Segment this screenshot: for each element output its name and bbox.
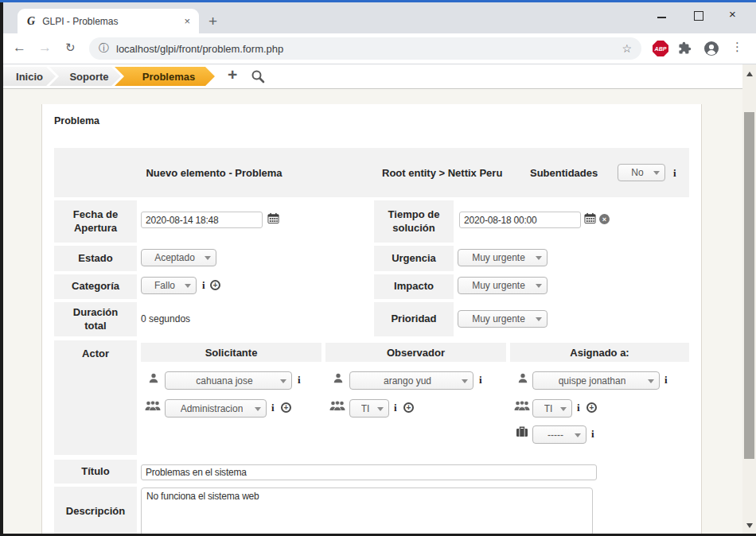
new-item-title: Nuevo elemento - Problema (54, 148, 374, 197)
urgencia-select[interactable]: Muy urgente (458, 249, 548, 266)
back-icon[interactable]: ← (13, 40, 26, 56)
group-icon (514, 400, 530, 411)
maximize-button[interactable] (694, 11, 703, 21)
add-icon[interactable] (586, 402, 597, 413)
descripcion-textarea[interactable]: No funciona el sistema web (141, 487, 593, 536)
calendar-icon[interactable] (584, 212, 596, 224)
estado-select[interactable]: Aceptado (141, 249, 216, 266)
field-label-prioridad: Prioridad (374, 302, 454, 336)
minimize-button[interactable] (657, 17, 666, 18)
clear-icon[interactable]: × (599, 214, 610, 224)
group-icon (329, 400, 345, 411)
field-label-impacto: Impacto (374, 274, 454, 299)
add-icon[interactable] (403, 402, 414, 413)
address-bar[interactable]: ⓘ localhost/glpi/front/problem.form.php … (89, 37, 641, 60)
browser-menu-icon[interactable]: ⋮ (731, 40, 743, 54)
field-label-urgencia: Urgencia (374, 246, 454, 271)
info-icon[interactable]: i (673, 167, 676, 180)
tab-close-icon[interactable]: × (181, 15, 193, 27)
field-label-duracion-total: Duración total (54, 302, 137, 336)
browser-tab[interactable]: G GLPI - Problemas × (18, 9, 199, 33)
observador-group-select[interactable]: TI (349, 399, 389, 418)
column-header-observador: Observador (325, 343, 506, 362)
search-icon[interactable] (251, 69, 265, 84)
user-icon (517, 372, 528, 384)
info-icon[interactable]: i (298, 374, 301, 386)
scroll-up-icon[interactable] (746, 68, 753, 76)
subentities-select[interactable]: No (618, 164, 665, 181)
field-label-fecha-apertura: Fecha de Apertura (54, 200, 137, 243)
asignado-group-select[interactable]: TI (532, 399, 572, 418)
bookmark-star-icon[interactable]: ☆ (622, 42, 632, 55)
window-left-edge (0, 2, 3, 536)
extensions-puzzle-icon[interactable] (678, 41, 692, 55)
column-header-asignado: Asignado a: (510, 343, 689, 362)
group-icon (145, 400, 161, 411)
solicitante-user-select[interactable]: cahuana jose (165, 371, 292, 390)
entity-path: Root entity > Nettix Peru (382, 148, 502, 197)
observador-user-select[interactable]: arango yud (349, 371, 473, 390)
field-label-descripcion: Descripción (54, 487, 137, 536)
info-icon[interactable]: i (591, 428, 594, 441)
field-label-categoria: Categoría (54, 274, 137, 299)
fecha-apertura-input[interactable] (141, 212, 263, 228)
scroll-down-icon[interactable] (746, 523, 753, 531)
tab-title: GLPI - Problemas (42, 16, 181, 27)
scroll-thumb[interactable] (744, 112, 754, 459)
info-icon[interactable]: i (202, 279, 205, 292)
column-header-solicitante: Solicitante (141, 343, 321, 362)
add-item-icon[interactable]: + (228, 65, 237, 84)
solicitante-group-select[interactable]: Administracion (165, 399, 267, 418)
actor-label: Actor (54, 340, 137, 455)
breadcrumb-item-inicio[interactable]: Inicio (3, 67, 56, 86)
supplier-briefcase-icon (516, 426, 528, 437)
info-icon[interactable]: i (664, 374, 668, 386)
tiempo-solucion-input[interactable] (459, 212, 581, 228)
prioridad-select[interactable]: Muy urgente (458, 310, 548, 328)
profile-avatar-icon[interactable] (703, 41, 719, 56)
user-icon (333, 372, 344, 384)
add-icon[interactable] (210, 280, 220, 290)
adblock-extension-icon[interactable]: ABP (653, 41, 668, 56)
breadcrumb-item-soporte[interactable]: Soporte (49, 67, 121, 86)
field-label-estado: Estado (54, 246, 137, 271)
duracion-total-value: 0 segundos (141, 313, 190, 324)
breadcrumb-item-problemas[interactable]: Problemas (115, 67, 215, 86)
field-label-titulo: Título (54, 460, 137, 484)
impacto-select[interactable]: Muy urgente (458, 277, 548, 294)
page-title: Problema (54, 115, 99, 126)
categoria-select[interactable]: Fallo (141, 277, 197, 294)
glpi-favicon: G (27, 15, 35, 28)
site-info-icon[interactable]: ⓘ (99, 41, 109, 56)
info-icon[interactable]: i (394, 402, 397, 414)
forward-icon[interactable]: → (38, 40, 52, 56)
field-label-tiempo-solucion: Tiempo de solución (374, 200, 454, 243)
info-icon[interactable]: i (479, 374, 482, 386)
new-tab-button[interactable]: + (208, 13, 217, 30)
subentities-label: Subentidades (530, 148, 598, 197)
titulo-input[interactable] (141, 464, 597, 480)
window-close-button[interactable]: × (729, 7, 736, 21)
calendar-icon[interactable] (267, 212, 279, 224)
asignado-supplier-select[interactable]: ----- (532, 425, 586, 444)
info-icon[interactable]: i (271, 402, 275, 414)
asignado-user-select[interactable]: quispe jonathan (532, 371, 660, 390)
url-text: localhost/glpi/front/problem.form.php (116, 43, 283, 55)
info-icon[interactable]: i (577, 402, 580, 414)
add-icon[interactable] (281, 402, 291, 413)
browser-window: G GLPI - Problemas × + × ← → ↻ ⓘ localho… (0, 0, 756, 536)
user-icon (148, 372, 159, 384)
reload-icon[interactable]: ↻ (65, 41, 76, 55)
